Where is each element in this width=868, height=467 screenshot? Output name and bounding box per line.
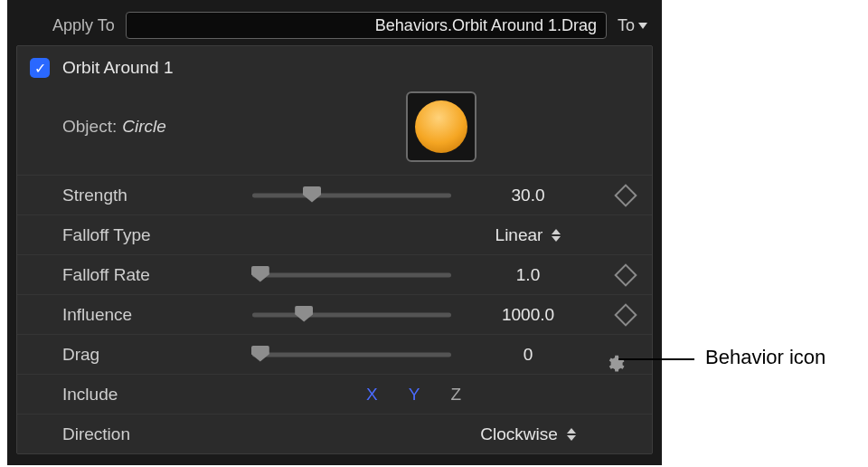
gear-icon[interactable] [605, 354, 659, 374]
param-row-falloff-rate: Falloff Rate1.0 [17, 254, 652, 294]
param-slider[interactable] [252, 186, 451, 205]
object-label: Object: [62, 117, 117, 137]
include-axes: XYZ [252, 385, 451, 405]
check-icon: ✓ [34, 60, 46, 77]
param-label: Falloff Type [62, 225, 252, 245]
chevron-down-icon [638, 23, 647, 29]
axis-z-toggle[interactable]: Z [450, 385, 461, 405]
param-slider[interactable] [252, 346, 451, 364]
param-row-falloff-type: Falloff TypeLinear [17, 214, 652, 254]
circle-object-icon [415, 100, 467, 153]
callout-leader [618, 358, 694, 360]
object-row: Object: Circle [17, 86, 652, 175]
callout-label: Behavior icon [705, 346, 826, 369]
param-row-direction: DirectionClockwise [17, 414, 652, 453]
param-row-include: IncludeXYZ [17, 374, 652, 414]
apply-to-dropdown[interactable]: To [618, 16, 647, 35]
param-label: Influence [62, 305, 252, 325]
slider-thumb-icon[interactable] [251, 265, 269, 281]
param-value-field[interactable]: 1.0 [451, 265, 605, 285]
param-select[interactable]: Linear [451, 225, 605, 245]
param-value-field[interactable]: 0 [451, 345, 605, 365]
apply-to-path-field[interactable]: Behaviors.Orbit Around 1.Drag [126, 12, 607, 39]
param-label: Drag [62, 345, 252, 365]
param-value: Clockwise [480, 424, 558, 444]
param-value-field[interactable]: 1000.0 [451, 305, 605, 325]
axis-y-toggle[interactable]: Y [409, 385, 420, 405]
param-value-field[interactable]: 30.0 [451, 186, 605, 205]
param-row-drag: Drag0 [17, 334, 652, 374]
keyframe-diamond-icon[interactable] [614, 184, 637, 206]
param-row-influence: Influence1000.0 [17, 294, 652, 334]
object-value: Circle [122, 117, 166, 137]
enable-checkbox[interactable]: ✓ [30, 58, 50, 78]
object-well[interactable] [406, 91, 476, 162]
param-slider[interactable] [252, 306, 451, 324]
apply-to-label: Apply To [52, 16, 115, 35]
keyframe-diamond-icon[interactable] [614, 263, 637, 286]
param-label: Include [62, 385, 252, 405]
param-label: Strength [62, 186, 252, 205]
param-select[interactable]: Clockwise [451, 424, 605, 444]
inspector-panel: Apply To Behaviors.Orbit Around 1.Drag T… [7, 0, 662, 465]
stepper-icon [567, 428, 576, 441]
behavior-group: ✓ Orbit Around 1 Object: Circle Strength… [16, 45, 653, 454]
apply-to-dropdown-label: To [618, 16, 635, 35]
slider-track [252, 312, 451, 317]
slider-track [252, 272, 451, 277]
slider-thumb-icon[interactable] [303, 186, 321, 202]
param-label: Falloff Rate [62, 265, 252, 285]
param-value: Linear [495, 225, 543, 245]
apply-to-row: Apply To Behaviors.Orbit Around 1.Drag T… [16, 5, 653, 45]
axis-x-toggle[interactable]: X [366, 385, 378, 405]
param-label: Direction [62, 424, 252, 444]
stepper-icon [552, 229, 561, 242]
param-row-strength: Strength30.0 [17, 175, 652, 214]
parameter-list: Strength30.0Falloff TypeLinearFalloff Ra… [17, 175, 652, 453]
behavior-header: ✓ Orbit Around 1 [17, 46, 652, 86]
slider-track [252, 193, 451, 197]
behavior-title: Orbit Around 1 [62, 58, 174, 78]
slider-track [252, 352, 451, 357]
slider-thumb-icon[interactable] [295, 305, 313, 321]
param-slider[interactable] [252, 266, 451, 284]
slider-thumb-icon[interactable] [251, 345, 269, 361]
keyframe-diamond-icon[interactable] [614, 303, 637, 326]
